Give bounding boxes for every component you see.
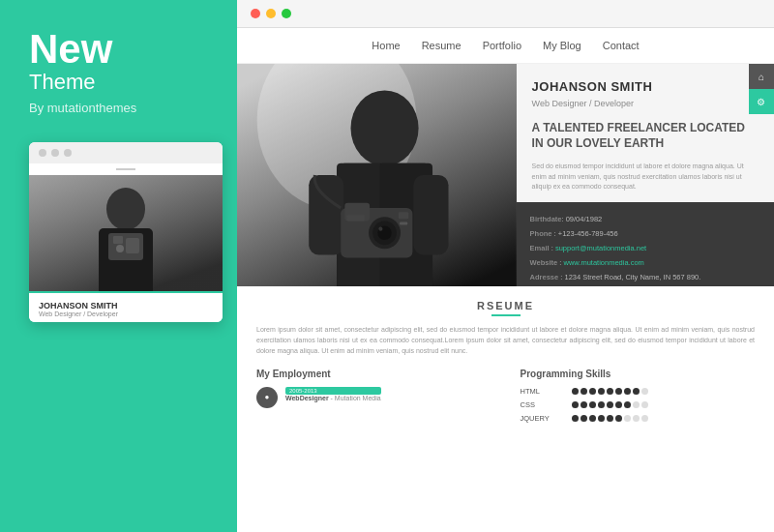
skill-css-dots bbox=[572, 401, 648, 408]
hero-website: Website : www.mutationmedia.com bbox=[530, 255, 760, 270]
skill-html: HTML bbox=[521, 387, 756, 396]
employment-icon: ● bbox=[256, 387, 278, 408]
resume-title-text: RSEUME bbox=[477, 300, 534, 311]
dot-empty bbox=[641, 401, 648, 408]
dot bbox=[598, 415, 605, 422]
nav-resume[interactable]: Resume bbox=[422, 40, 461, 51]
email-label: Email bbox=[530, 244, 550, 252]
employment-job-title: WebDesigner - Mutation Media bbox=[285, 395, 381, 401]
dot bbox=[589, 401, 596, 408]
dot bbox=[589, 415, 596, 422]
hero-phone: Phone : +123-456-789-456 bbox=[530, 226, 760, 241]
nav-contact[interactable]: Contact bbox=[603, 40, 640, 51]
dot bbox=[572, 415, 579, 422]
hero-email: Email : support@mutationmedia.net bbox=[530, 241, 760, 255]
svg-point-2 bbox=[106, 188, 145, 230]
dot bbox=[615, 401, 622, 408]
phone-value: +123-456-789-456 bbox=[558, 229, 618, 238]
mini-nav bbox=[29, 163, 223, 175]
dot-empty bbox=[641, 415, 648, 422]
svg-rect-23 bbox=[346, 215, 365, 221]
dot bbox=[598, 388, 605, 395]
nav-blog[interactable]: My Blog bbox=[543, 40, 581, 51]
dot bbox=[580, 388, 587, 395]
employment-details: 2005-2013 WebDesigner - Mutation Media bbox=[285, 387, 381, 401]
skill-css-label: CSS bbox=[521, 400, 564, 409]
hero-tagline: A TALENTED FREELANCER LOCATED IN OUR LOV… bbox=[532, 121, 759, 151]
hero-person-role: Web Designer / Developer bbox=[532, 99, 759, 108]
svg-point-21 bbox=[378, 227, 382, 231]
dot-empty bbox=[633, 415, 640, 422]
dot-yellow bbox=[266, 9, 276, 18]
resume-section: RSEUME Lorem ipsum dolor sit amet, conse… bbox=[237, 286, 774, 532]
dot bbox=[589, 388, 596, 395]
dot bbox=[607, 388, 613, 395]
theme-subtitle-label: Theme bbox=[29, 70, 136, 95]
address-label: Adresse bbox=[530, 273, 559, 281]
hero-description: Sed do eiusmod tempor incididunt ut labo… bbox=[532, 162, 759, 192]
hero-action-icons: ⌂ ⚙ bbox=[749, 64, 774, 114]
mini-dot-2 bbox=[51, 149, 59, 157]
nav-home[interactable]: Home bbox=[372, 40, 400, 51]
settings-icon-btn[interactable]: ⚙ bbox=[749, 89, 774, 114]
svg-rect-6 bbox=[126, 238, 139, 253]
address-value: 1234 Street Road, City Name, IN 567 890. bbox=[564, 273, 700, 281]
skill-jquery-label: JQUERY bbox=[521, 414, 564, 423]
email-value[interactable]: support@mutationmedia.net bbox=[555, 244, 646, 252]
mini-photo-area bbox=[29, 175, 223, 291]
theme-title-block: New Theme By mutationthemes bbox=[29, 29, 136, 142]
svg-rect-15 bbox=[413, 175, 448, 254]
employment-item: ● 2005-2013 WebDesigner - Mutation Media bbox=[256, 387, 491, 408]
main-browser-bar bbox=[237, 0, 774, 28]
website-content: Home Resume Portfolio My Blog Contact bbox=[237, 28, 774, 532]
hero-birthdate: Birthdate: 09/04/1982 bbox=[530, 212, 760, 226]
dot bbox=[580, 415, 587, 422]
hero-top-section: ⌂ ⚙ JOHANSON SMITH Web Designer / Develo… bbox=[517, 64, 774, 202]
mini-browser-bar bbox=[29, 142, 223, 163]
employment-year-badge: 2005-2013 bbox=[285, 387, 381, 395]
dot-green bbox=[282, 9, 291, 18]
birthdate-value: 09/04/1982 bbox=[566, 215, 603, 223]
dot bbox=[598, 401, 605, 408]
birthdate-label: Birthdate bbox=[530, 215, 562, 223]
svg-point-7 bbox=[116, 245, 124, 252]
mini-person-role: Web Designer / Developer bbox=[39, 310, 213, 317]
svg-rect-22 bbox=[399, 212, 408, 219]
nav-portfolio[interactable]: Portfolio bbox=[483, 40, 521, 51]
dot-empty bbox=[633, 401, 640, 408]
mini-person-name: JOHANSON SMITH bbox=[39, 301, 213, 310]
mini-nav-line bbox=[116, 168, 135, 170]
dot bbox=[580, 401, 587, 408]
hero-info-panel: ⌂ ⚙ JOHANSON SMITH Web Designer / Develo… bbox=[517, 64, 774, 286]
dot-red bbox=[251, 9, 260, 18]
website-label: Website bbox=[530, 258, 558, 267]
mini-name-area: JOHANSON SMITH Web Designer / Developer bbox=[29, 291, 223, 322]
site-navigation: Home Resume Portfolio My Blog Contact bbox=[237, 28, 774, 64]
website-value[interactable]: www.mutationmedia.com bbox=[563, 258, 643, 267]
skill-html-label: HTML bbox=[521, 387, 564, 396]
left-sidebar: New Theme By mutationthemes bbox=[0, 0, 237, 532]
dot-empty bbox=[624, 415, 631, 422]
employment-title: My Employment bbox=[256, 369, 491, 379]
home-icon-btn[interactable]: ⌂ bbox=[749, 64, 774, 89]
skills-title: Programming Skills bbox=[521, 369, 756, 379]
resume-section-title: RSEUME bbox=[256, 300, 755, 316]
mini-nav-lines bbox=[116, 168, 135, 170]
dot bbox=[607, 415, 613, 422]
svg-rect-14 bbox=[309, 175, 343, 254]
skill-jquery-dots bbox=[572, 415, 648, 422]
skill-css: CSS bbox=[521, 400, 756, 409]
mini-person-svg bbox=[29, 175, 223, 291]
hero-section: ⌂ ⚙ JOHANSON SMITH Web Designer / Develo… bbox=[237, 64, 774, 286]
skills-column: Programming Skills HTML bbox=[521, 369, 756, 428]
dot bbox=[633, 388, 640, 395]
mini-preview-card: JOHANSON SMITH Web Designer / Developer bbox=[29, 142, 223, 322]
hero-contact-info: Birthdate: 09/04/1982 Phone : +123-456-7… bbox=[517, 202, 774, 289]
svg-point-10 bbox=[350, 90, 418, 165]
mini-dot-1 bbox=[39, 149, 46, 157]
theme-new-label: New bbox=[29, 29, 136, 70]
dot bbox=[615, 388, 622, 395]
skill-jquery: JQUERY bbox=[521, 414, 756, 423]
mini-dot-3 bbox=[64, 149, 72, 157]
dot bbox=[572, 388, 579, 395]
